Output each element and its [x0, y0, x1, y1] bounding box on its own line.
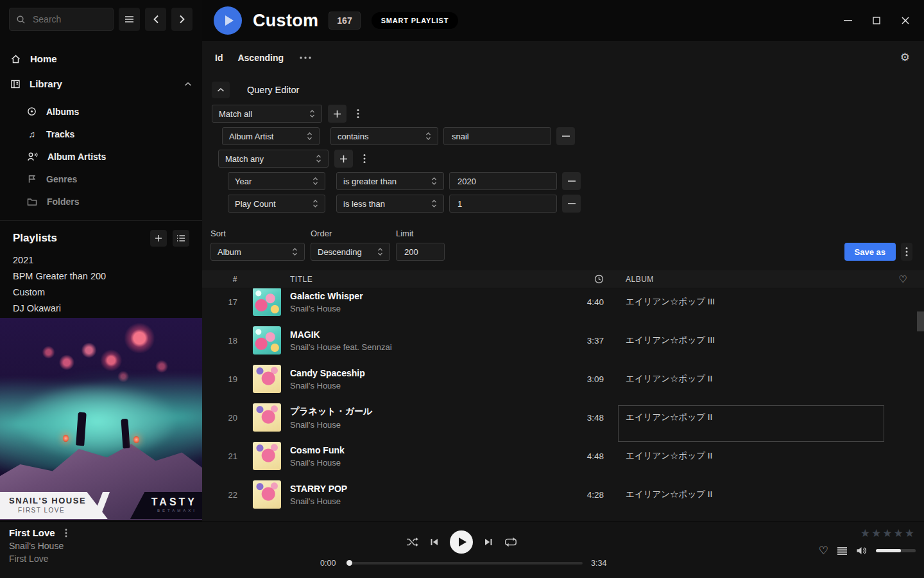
playlist-item-dj-okawari[interactable]: DJ Okawari	[0, 300, 202, 316]
sidebar-item-album-artists[interactable]: Album Artists	[27, 145, 202, 168]
maximize-button[interactable]	[872, 16, 881, 25]
track-title[interactable]: Cosmo Funk	[290, 445, 559, 455]
seek-slider-thumb[interactable]	[346, 560, 352, 566]
track-row-22[interactable]: 22 STARRY POP Snail's House 4:28 エイリアン☆ポ…	[202, 475, 924, 514]
star-icon[interactable]: ★	[871, 528, 881, 539]
shuffle-button[interactable]	[406, 537, 418, 547]
track-row-20[interactable]: 20 プラネット・ガール Snail's House 3:48 エイリアン☆ポッ…	[202, 398, 924, 437]
track-artist[interactable]: Snail's House	[290, 304, 559, 313]
track-title[interactable]: プラネット・ガール	[290, 406, 559, 417]
star-icon[interactable]: ★	[894, 528, 903, 539]
match-mode-select-1[interactable]: Match all	[212, 105, 322, 123]
previous-button[interactable]	[429, 538, 439, 547]
sidebar-item-genres[interactable]: Genres	[27, 168, 202, 190]
track-artist[interactable]: Snail's House	[290, 496, 559, 506]
forward-button[interactable]	[171, 8, 193, 31]
now-playing-title[interactable]: First Love	[9, 527, 55, 538]
add-rule-button-1[interactable]	[328, 105, 346, 123]
playlist-item-custom[interactable]: Custom	[0, 284, 202, 300]
more-options-button[interactable]	[299, 57, 312, 59]
queue-button[interactable]	[837, 547, 848, 556]
manage-playlists-button[interactable]	[173, 230, 189, 247]
rule-2-operator-select[interactable]: is greater than	[336, 172, 444, 190]
track-table-header[interactable]: # TITLE ALBUM ♡	[202, 270, 924, 288]
rule-3-operator-select[interactable]: is less than	[336, 195, 444, 213]
header-favorite[interactable]: ♡	[882, 274, 924, 285]
track-row-17[interactable]: 17 Galactic Whisper Snail's House 4:40 エ…	[202, 288, 924, 321]
match-mode-select-2[interactable]: Match any	[218, 150, 329, 168]
track-title[interactable]: STARRY POP	[290, 484, 559, 494]
sidebar-item-folders[interactable]: Folders	[27, 190, 202, 213]
close-button[interactable]	[901, 16, 910, 25]
play-playlist-button[interactable]	[214, 6, 242, 35]
remove-rule-3-button[interactable]	[562, 195, 581, 213]
remove-rule-2-button[interactable]	[562, 172, 581, 190]
track-album[interactable]: エイリアン☆ポップ III	[626, 296, 882, 308]
sort-select[interactable]: Album	[210, 243, 305, 261]
track-artist[interactable]: Snail's House	[290, 381, 559, 390]
sidebar-item-tracks[interactable]: ♫ Tracks	[27, 123, 202, 145]
minimize-button[interactable]	[843, 16, 852, 25]
search-box[interactable]	[9, 8, 114, 31]
volume-icon[interactable]	[856, 546, 868, 556]
track-album[interactable]: エイリアン☆ポップ II	[626, 412, 882, 423]
track-album[interactable]: エイリアン☆ポップ II	[626, 489, 882, 500]
remove-rule-1-button[interactable]	[556, 127, 575, 145]
repeat-button[interactable]	[504, 537, 517, 547]
rule-1-operator-select[interactable]: contains	[330, 127, 438, 145]
volume-slider[interactable]	[876, 549, 916, 552]
save-as-button[interactable]: Save as	[844, 243, 896, 261]
menu-button[interactable]	[119, 8, 140, 31]
playlist-item-2021[interactable]: 2021	[0, 252, 202, 268]
track-title[interactable]: Galactic Whisper	[290, 291, 559, 301]
rule-3-value-input[interactable]	[456, 198, 550, 209]
playlist-item-bpm[interactable]: BPM Greater than 200	[0, 268, 202, 284]
track-artist[interactable]: Snail's House	[290, 420, 559, 430]
search-input[interactable]	[31, 13, 107, 25]
track-title[interactable]: Candy Spaceship	[290, 368, 559, 378]
sidebar-item-home[interactable]: Home	[0, 46, 202, 71]
track-album[interactable]: エイリアン☆ポップ II	[626, 373, 882, 385]
track-row-19[interactable]: 19 Candy Spaceship Snail's House 3:09 エイ…	[202, 360, 924, 398]
sidebar-item-library[interactable]: Library	[0, 71, 202, 96]
scrollbar-thumb[interactable]	[917, 311, 924, 331]
add-playlist-button[interactable]	[150, 230, 167, 247]
rule-2-field-select[interactable]: Year	[228, 172, 325, 190]
now-playing-menu-button[interactable]	[65, 529, 67, 538]
rule-2-value-input[interactable]	[456, 176, 550, 187]
group-menu-button-2[interactable]	[359, 150, 370, 168]
favorite-button[interactable]: ♡	[819, 545, 828, 556]
play-pause-button[interactable]	[450, 530, 473, 554]
gear-icon[interactable]: ⚙	[900, 52, 910, 63]
header-duration[interactable]	[559, 274, 604, 284]
track-album[interactable]: エイリアン☆ポップ III	[626, 335, 882, 346]
rule-1-value-input[interactable]	[450, 131, 544, 142]
collapse-query-editor-button[interactable]	[212, 82, 230, 98]
star-icon[interactable]: ★	[905, 528, 914, 539]
next-button[interactable]	[484, 538, 493, 547]
track-album[interactable]: エイリアン☆ポップ II	[626, 450, 882, 462]
header-index[interactable]: #	[202, 275, 237, 284]
add-rule-button-2[interactable]	[334, 150, 353, 168]
track-artist[interactable]: Snail's House feat. Sennzai	[290, 342, 559, 352]
seek-slider[interactable]	[346, 562, 583, 565]
order-select[interactable]: Descending	[311, 243, 390, 261]
track-title[interactable]: MAGIK	[290, 329, 559, 340]
chevron-up-icon[interactable]	[184, 82, 192, 87]
track-artist[interactable]: Snail's House	[290, 458, 559, 468]
header-title[interactable]: TITLE	[290, 275, 559, 284]
now-playing-artist[interactable]: Snail's House	[9, 541, 67, 551]
star-icon[interactable]: ★	[882, 528, 892, 539]
rule-1-field-select[interactable]: Album Artist	[222, 127, 320, 145]
star-icon[interactable]: ★	[860, 528, 870, 539]
track-row-18[interactable]: 18 MAGIK Snail's House feat. Sennzai 3:3…	[202, 321, 924, 360]
header-album[interactable]: ALBUM	[626, 275, 882, 284]
limit-input[interactable]	[403, 247, 438, 258]
track-row-21[interactable]: 21 Cosmo Funk Snail's House 4:48 エイリアン☆ポ…	[202, 437, 924, 475]
rule-3-field-select[interactable]: Play Count	[228, 195, 325, 213]
save-menu-button[interactable]	[901, 243, 912, 261]
now-playing-album[interactable]: First Love	[9, 554, 67, 564]
group-menu-button-1[interactable]	[352, 105, 364, 123]
sidebar-item-albums[interactable]: Albums	[27, 100, 202, 123]
sort-field-button[interactable]: Id	[215, 53, 223, 63]
